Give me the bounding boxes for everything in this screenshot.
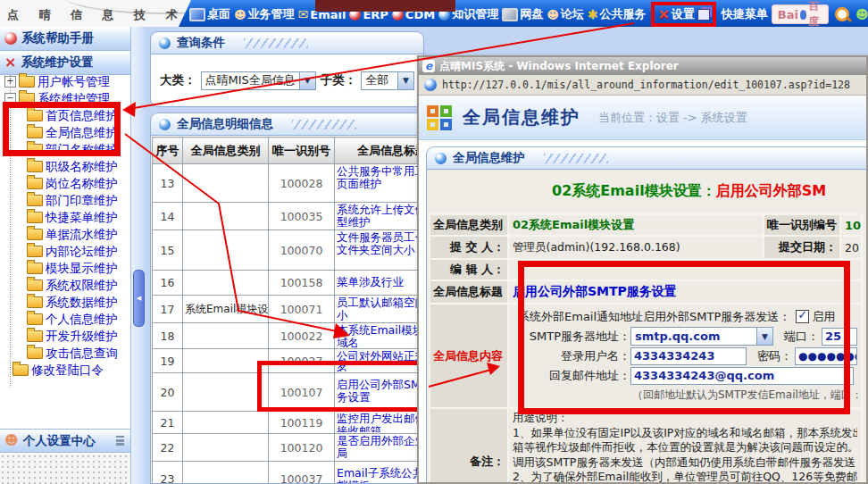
folder-icon [27, 246, 43, 257]
tree-item-system-permission[interactable]: 系统权限维护 [0, 277, 130, 294]
row-id: 100071 [269, 296, 335, 323]
globe-icon [159, 119, 171, 130]
table-row: 14100035系统允许上传文件类型维护 [153, 203, 450, 230]
tree-item-position-name[interactable]: 岗位名称维护 [0, 175, 130, 192]
tree-item-department-seal[interactable]: 部门印章维护 [0, 192, 130, 209]
menu-item-desktop[interactable]: 桌面 [189, 6, 230, 22]
remark-text: 用途说明： 1、如果单位没有固定IP以及该IP对应的域名和域名邮箱，那本系统发出… [508, 408, 862, 484]
date-value: 20 [840, 236, 862, 259]
folder-icon [27, 280, 43, 291]
title-label: 全局信息标题： [430, 280, 508, 304]
sidebar-splitter[interactable]: ◀ [130, 27, 146, 484]
folder-icon [27, 195, 43, 206]
folder-icon [19, 76, 35, 88]
row-category [183, 412, 269, 434]
menu-item-quick-menu[interactable]: 快捷菜单 [722, 6, 768, 22]
row-id: 100037 [269, 462, 335, 484]
hatch-decoration [292, 120, 356, 129]
row-number: 19 [153, 349, 183, 373]
person-icon: ☻ [234, 9, 246, 21]
splitter-handle[interactable]: ◀ [133, 270, 145, 327]
category-value: 02系统Email模块设置 [508, 214, 764, 236]
content-label: 全局信息内容： [430, 304, 508, 408]
window-icon[interactable] [697, 9, 710, 21]
wrench-icon: × [4, 56, 16, 69]
row-id: 100022 [269, 323, 335, 349]
tree-item-personal-info[interactable]: 个人信息维护 [0, 311, 130, 328]
collapse-icon[interactable] [116, 436, 124, 438]
id-value: 10 [840, 214, 862, 236]
submitter-label: 提 交 人： [430, 236, 508, 259]
mail-icon: ✉ [298, 8, 309, 21]
category-select[interactable]: 点晴MIS全局信息▼ [201, 71, 316, 90]
hatch-decoration [244, 38, 308, 48]
row-category [183, 271, 269, 296]
globe-icon [435, 153, 447, 164]
globe-icon [159, 38, 171, 49]
sidebar: 系统帮助手册 × 系统维护设置 +用户帐号管理 −系统维护管理 首页信息维护 全… [0, 27, 146, 484]
col-id: 唯一识别号 [269, 138, 335, 164]
row-category [183, 434, 269, 462]
row-category [183, 462, 269, 484]
detail-table-header: 全局信息明细信息 [150, 113, 458, 135]
search-icon[interactable] [835, 7, 849, 21]
annotation-box-row20 [257, 361, 433, 412]
table-header-row: 序号 全局信息类别 唯一识别号 全局信息标题 [153, 138, 450, 164]
subcategory-select[interactable]: 全部▼ [361, 71, 414, 90]
people-icon: ☻ [547, 9, 559, 21]
category-label: 全局信息类别： [430, 214, 508, 236]
submitter-value: 管理员(admin)(192.168.0.168) [508, 236, 764, 259]
tree-item-user-accounts[interactable]: +用户帐号管理 [0, 73, 130, 90]
tree-item-quick-menu[interactable]: 快捷菜单维护 [0, 209, 130, 226]
breadcrumb: 当前位置：设置 -> 系统设置 [598, 110, 747, 126]
menu-item-netdisk[interactable]: 网盘 [502, 6, 543, 22]
row-number: 16 [153, 271, 183, 296]
annotation-box-sidebar [3, 102, 121, 156]
row-number: 18 [153, 323, 183, 349]
menu-item-settings[interactable]: ×设置 [657, 6, 694, 22]
online-users[interactable]: ☻1人 [855, 1, 868, 29]
table-row: 18100022本系统Email模块所用域名 [153, 323, 450, 349]
chevron-down-icon[interactable]: ▼ [397, 72, 413, 89]
tree-item-attack-query[interactable]: 攻击信息查询 [0, 345, 130, 362]
tree-item-change-password[interactable]: 修改登陆口令 [0, 362, 130, 379]
tree-item-internal-forum[interactable]: 内部论坛维护 [0, 243, 130, 260]
tree-item-rank-name[interactable]: 职级名称维护 [0, 158, 130, 175]
row-category [183, 349, 269, 373]
detail-table-panel: 全局信息明细信息 序号 全局信息类别 唯一识别号 全局信息标题 13100028… [150, 113, 458, 484]
row-number: 13 [153, 164, 183, 203]
app-logo: 点 晴 信 息 技 术 [7, 7, 186, 23]
folder-icon [27, 347, 43, 359]
menu-item-business[interactable]: ☻业务管理 [234, 6, 295, 22]
row-category [183, 373, 269, 412]
tree-item-system-data[interactable]: 系统数据维护 [0, 294, 130, 311]
tree-item-document-serial[interactable]: 单据流水维护 [0, 226, 130, 243]
table-row: 21100119监控用户发出邮件的接收邮箱 [153, 412, 450, 434]
menu-item-forum[interactable]: ☻论坛 [547, 6, 584, 22]
folder-icon [27, 296, 43, 308]
menu-item-public-service[interactable]: ✱公共服务 [588, 6, 647, 22]
people-icon: ☻ [855, 8, 868, 21]
sidebar-section-personal[interactable]: ☻ 个人设置中心 [0, 429, 130, 453]
folder-icon [27, 313, 43, 325]
sidebar-section-help[interactable]: 系统帮助手册 [0, 27, 146, 51]
baidu-paw-icon [800, 10, 806, 20]
table-row: 16100158菜单涉及行业 [153, 271, 450, 296]
window-titlebar[interactable]: e 点晴MIS系统 - Windows Internet Explorer [419, 57, 866, 75]
row-category [183, 164, 269, 203]
tools-icon: × [657, 8, 669, 21]
chevron-down-icon[interactable]: ▼ [299, 72, 315, 89]
table-row: 23100037Email子系统公共签名档模板 [153, 462, 450, 484]
tree-item-dev-upgrade[interactable]: 开发升级维护 [0, 328, 130, 345]
address-bar[interactable]: http://127.0.0.1/mis/all_around_informat… [419, 75, 866, 96]
expand-icon[interactable]: + [4, 76, 16, 88]
monitor-icon [189, 8, 205, 21]
disk-icon [502, 8, 518, 21]
row-id: 100028 [269, 164, 335, 203]
folder-icon [27, 229, 43, 240]
row-id: 100070 [269, 230, 335, 271]
row-category: 系统Email模块设置 [183, 296, 269, 323]
tree-item-module-display[interactable]: 模块显示维护 [0, 260, 130, 277]
query-panel: 查询条件 大类： 点晴MIS全局信息▼ 子类： 全部▼ [150, 31, 424, 107]
baidu-badge[interactable]: Bai百度 [772, 4, 829, 24]
